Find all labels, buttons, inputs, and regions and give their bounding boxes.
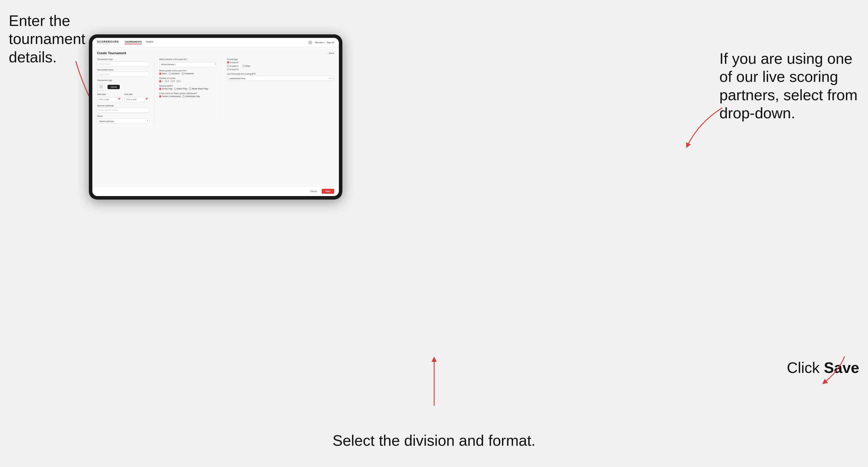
signout-link[interactable]: Sign out — [327, 41, 334, 43]
event-type-label: Is this event for Teams and/or Individua… — [159, 92, 217, 94]
scoring-label: Scoring system — [159, 85, 217, 87]
rounds-1[interactable]: 1 — [159, 80, 163, 83]
gender-radio-group: Mens Womens Combined — [159, 72, 217, 75]
main-content: Create Tournament Back Tournament Host T… — [92, 47, 339, 186]
user-label: Test User | — [315, 41, 324, 43]
division-label: Which division is the event for? — [159, 58, 217, 60]
annotation-select-division: Select the division and format. — [333, 432, 535, 449]
gender-womens[interactable]: Womens — [169, 72, 180, 75]
format-label: Format type — [227, 58, 334, 60]
api-label: Use third-party live scoring API? — [227, 73, 334, 75]
tablet-screen: SCOREBOARD Powered by Clippit TOURNAMENT… — [92, 38, 339, 196]
api-input[interactable] — [227, 76, 334, 81]
venue-select[interactable]: Search golf club — [97, 119, 150, 124]
format-group: Format type 5 count 4 6 count 4 — [227, 58, 334, 70]
scoring-radio-group: Stroke Play Match Play Medal Match Play — [159, 88, 217, 90]
calendar-icon-end: 📅 — [145, 98, 148, 100]
upload-button[interactable]: Upload — [107, 85, 120, 89]
brand: SCOREBOARD Powered by Clippit — [97, 40, 119, 44]
event-individuals[interactable]: Individuals Only — [182, 95, 199, 98]
brand-title: SCOREBOARD — [97, 40, 119, 43]
page-title: Create Tournament — [97, 51, 126, 55]
gender-group: Which gender is the event for? Mens Wome… — [159, 70, 217, 75]
nav-teams[interactable]: TEAMS — [146, 40, 153, 44]
format-col-right: Other — [242, 65, 251, 67]
sponsor-label: Sponsor (optional) — [97, 104, 150, 106]
end-date-group: End date 📅 — [124, 93, 150, 102]
sponsor-input[interactable] — [97, 107, 150, 113]
gender-label: Which gender is the event for? — [159, 70, 217, 72]
nav-tournaments[interactable]: TOURNAMENTS — [125, 40, 142, 44]
format-5count4[interactable]: 5 count 4 — [227, 61, 238, 63]
tournament-host-label: Tournament Host — [97, 58, 150, 60]
tournament-name-label: Tournament name — [97, 69, 150, 71]
api-clear-button[interactable]: ✕ ▾ — [329, 77, 333, 80]
event-type-radio-group: Teams (+Individuals) Individuals Only — [159, 95, 217, 98]
cancel-button[interactable]: Cancel — [307, 189, 319, 194]
tournament-logo-label: Tournament logo — [97, 79, 150, 81]
scoring-group: Scoring system Stroke Play Match Play — [159, 85, 217, 90]
event-teams[interactable]: Teams (+Individuals) — [159, 95, 181, 98]
form-right-column: Format type 5 count 4 6 count 4 — [227, 58, 334, 124]
rounds-group: Number of rounds 1 2 — [159, 77, 217, 83]
tournament-logo-group: Tournament logo 🖼 Upload — [97, 79, 150, 91]
page-header: Create Tournament Back — [97, 51, 334, 55]
form-left-column: Tournament Host Tournament name Tourname… — [97, 58, 150, 124]
tournament-host-group: Tournament Host — [97, 58, 150, 66]
avatar — [308, 40, 312, 44]
navbar-links: TOURNAMENTS TEAMS — [125, 40, 308, 44]
division-group: Which division is the event for? NCAA Di… — [159, 58, 217, 67]
gender-combined[interactable]: Combined — [182, 72, 194, 75]
calendar-icon-start: 📅 — [118, 98, 121, 100]
start-date-wrapper: 📅 — [97, 96, 122, 102]
end-date-wrapper: 📅 — [124, 96, 150, 102]
rounds-label: Number of rounds — [159, 77, 217, 79]
api-group: Use third-party live scoring API? ✕ ▾ — [227, 73, 334, 81]
form-mid-column: Which division is the event for? NCAA Di… — [159, 58, 217, 124]
scoring-match[interactable]: Match Play — [174, 88, 187, 90]
format-col-left: 5 count 4 6 count 4 6 count 5 — [227, 61, 238, 70]
format-6count5[interactable]: 6 count 5 — [227, 68, 238, 70]
back-button[interactable]: Back — [328, 52, 334, 55]
annotation-enter-details: Enter the tournament details. — [9, 12, 102, 66]
division-select-wrapper: NCAA Division I — [159, 61, 217, 67]
navbar-right: Test User | Sign out — [308, 40, 334, 44]
rounds-2[interactable]: 2 — [165, 80, 169, 83]
venue-label: Venue — [97, 115, 150, 117]
venue-select-wrapper: Search golf club — [97, 118, 150, 124]
api-input-wrapper: ✕ ▾ — [227, 76, 334, 81]
navbar: SCOREBOARD Powered by Clippit TOURNAMENT… — [92, 38, 339, 47]
rounds-3[interactable]: 3 — [171, 80, 175, 83]
logo-area: 🖼 Upload — [97, 83, 150, 91]
end-date-label: End date — [124, 93, 150, 95]
scoring-stroke[interactable]: Stroke Play — [159, 88, 173, 90]
start-date-group: Start date 📅 — [97, 93, 122, 102]
gender-mens[interactable]: Mens — [159, 72, 167, 75]
tournament-host-input[interactable] — [97, 61, 150, 66]
col-divider-1 — [154, 58, 154, 124]
form-container: Tournament Host Tournament name Tourname… — [97, 58, 334, 124]
rounds-4[interactable]: 4 — [177, 80, 181, 83]
tablet-device: SCOREBOARD Powered by Clippit TOURNAMENT… — [89, 34, 342, 199]
col-divider-2 — [222, 58, 222, 124]
venue-group: Venue Search golf club — [97, 115, 150, 124]
format-other[interactable]: Other — [242, 65, 251, 67]
format-row: 5 count 4 6 count 4 6 count 5 — [227, 61, 334, 70]
annotation-click-save: Click Save — [787, 359, 859, 377]
division-select[interactable]: NCAA Division I — [159, 62, 217, 67]
annotation-live-scoring: If you are using one of our live scoring… — [719, 50, 859, 122]
tournament-name-input[interactable] — [97, 72, 150, 77]
start-date-label: Start date — [97, 93, 122, 95]
date-row: Start date 📅 End date 📅 — [97, 93, 150, 102]
form-footer: Cancel Save — [92, 186, 339, 196]
logo-placeholder: 🖼 — [97, 83, 105, 91]
brand-sub: Powered by Clippit — [97, 43, 119, 44]
sponsor-group: Sponsor (optional) — [97, 104, 150, 113]
save-button[interactable]: Save — [322, 189, 334, 194]
rounds-radio-group: 1 2 3 4 — [159, 80, 217, 83]
tournament-name-group: Tournament name — [97, 69, 150, 77]
scoring-medal[interactable]: Medal Match Play — [189, 88, 208, 90]
format-6count4[interactable]: 6 count 4 — [227, 65, 238, 67]
event-type-group: Is this event for Teams and/or Individua… — [159, 92, 217, 98]
